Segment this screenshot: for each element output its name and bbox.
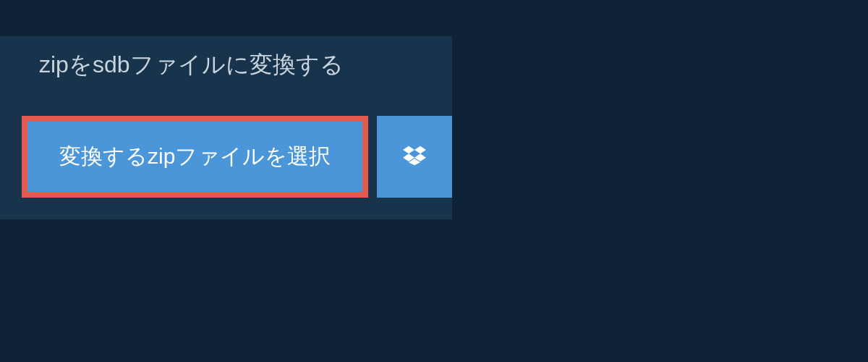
- heading-container: zipをsdbファイルに変換する: [22, 36, 361, 94]
- button-row: 変換するzipファイルを選択: [22, 116, 452, 198]
- converter-panel: zipをsdbファイルに変換する 変換するzipファイルを選択: [0, 36, 452, 219]
- dropbox-icon: [403, 144, 426, 170]
- select-file-label: 変換するzipファイルを選択: [59, 142, 331, 172]
- dropbox-button[interactable]: [377, 116, 452, 198]
- select-file-button[interactable]: 変換するzipファイルを選択: [22, 116, 368, 198]
- page-title: zipをsdbファイルに変換する: [39, 49, 344, 81]
